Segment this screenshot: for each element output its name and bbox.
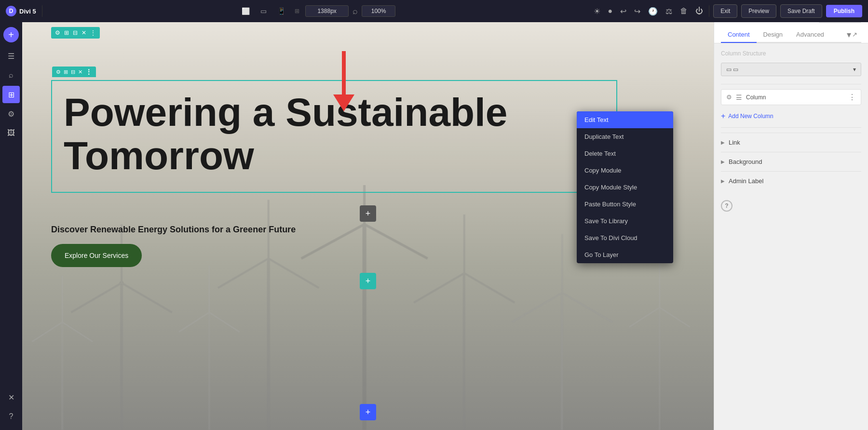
settings-sidebar-button[interactable]: ⚙ xyxy=(2,105,20,122)
settings-icon[interactable]: ⚖ xyxy=(664,5,674,18)
background-accordion-header[interactable]: ▶ Background xyxy=(721,158,861,165)
svg-line-12 xyxy=(365,225,428,259)
red-arrow-container xyxy=(333,51,354,111)
mobile-device-btn[interactable]: 📱 xyxy=(274,5,289,17)
link-arrow-icon: ▶ xyxy=(721,140,725,145)
svg-line-15 xyxy=(414,273,464,303)
width-input[interactable] xyxy=(305,5,349,17)
tab-content[interactable]: Content xyxy=(721,27,757,43)
text-grid-icon[interactable]: ⊟ xyxy=(71,69,75,75)
link-label: Link xyxy=(729,139,740,146)
power-icon[interactable]: ⏻ xyxy=(693,5,705,17)
tools-button[interactable]: ✕ xyxy=(2,389,20,406)
svg-rect-21 xyxy=(61,322,63,430)
trash-icon[interactable]: 🗑 xyxy=(678,5,690,17)
search-icon: ⌕ xyxy=(353,6,358,16)
svg-rect-17 xyxy=(561,293,563,430)
exit-button[interactable]: Exit xyxy=(713,4,737,18)
svg-line-8 xyxy=(269,259,319,288)
publish-button[interactable]: Publish xyxy=(826,5,862,17)
svg-rect-29 xyxy=(659,308,661,430)
admin-label-arrow-icon: ▶ xyxy=(721,178,725,184)
add-row-mid[interactable]: + xyxy=(360,205,376,222)
modules-button[interactable]: ⊞ xyxy=(2,86,20,103)
add-section-bottom[interactable]: + xyxy=(360,404,376,420)
svg-line-32 xyxy=(660,308,690,327)
text-gear-icon[interactable]: ⚙ xyxy=(56,69,61,75)
text-copy-icon[interactable]: ⊞ xyxy=(64,69,68,75)
app-title: Divi 5 xyxy=(19,8,36,15)
svg-line-28 xyxy=(209,312,240,332)
add-new-column-button[interactable]: + Add New Column xyxy=(721,110,861,122)
desktop-device-btn[interactable]: ⬜ xyxy=(238,5,253,17)
arrow-line xyxy=(342,51,346,94)
ctx-copy-module-style[interactable]: Copy Module Style xyxy=(577,179,673,196)
section-grid-icon[interactable]: ⊟ xyxy=(72,28,79,37)
svg-line-11 xyxy=(301,225,365,259)
ctx-paste-button-style[interactable]: Paste Button Style xyxy=(577,196,673,213)
tab-design[interactable]: Design xyxy=(757,27,789,43)
section-trash-icon[interactable]: ✕ xyxy=(81,28,87,37)
section-gear-icon[interactable]: ⚙ xyxy=(54,28,61,37)
history-icon[interactable]: 🕐 xyxy=(646,5,660,18)
admin-label-text: Admin Label xyxy=(729,177,763,185)
col-layout-icon: ☰ xyxy=(736,94,742,101)
text-more-dots[interactable]: ⋮ xyxy=(85,68,92,76)
column-structure-dropdown[interactable]: ▭ ▭ ▾ xyxy=(721,63,861,76)
app-logo: D Divi 5 xyxy=(6,6,36,16)
svg-rect-25 xyxy=(208,312,210,430)
topbar-center: ⬜ ▭ 📱 ⊞ ⌕ xyxy=(48,5,586,17)
topbar-icon: ⊞ xyxy=(295,8,299,14)
section-module-toolbar: ⚙ ⊞ ⊟ ✕ ⋮ xyxy=(51,27,100,39)
column-row-left: ⚙ ☰ Column xyxy=(726,94,766,101)
zoom-input[interactable] xyxy=(362,5,395,17)
col-more-dots[interactable]: ⋮ xyxy=(848,93,856,102)
media-button[interactable]: 🖼 xyxy=(2,124,20,142)
topbar-right: ☀ ● ↩ ↪ 🕐 ⚖ 🗑 ⏻ Exit Preview Save Draft … xyxy=(592,4,862,18)
help-button[interactable]: ? xyxy=(2,408,20,425)
section-dots-icon[interactable]: ⋮ xyxy=(89,28,97,37)
tab-advanced[interactable]: Advanced xyxy=(789,27,831,43)
admin-label-accordion-header[interactable]: ▶ Admin Label xyxy=(721,177,861,185)
save-draft-button[interactable]: Save Draft xyxy=(780,4,822,18)
link-accordion: ▶ Link xyxy=(721,133,861,152)
svg-rect-13 xyxy=(463,273,465,430)
add-module-green[interactable]: + xyxy=(360,273,376,289)
dropdown-chevron: ▾ xyxy=(853,66,856,73)
canvas-area: ⚙ ⊞ ⊟ ✕ ⋮ ⚙ ⊞ ⊟ ✕ ⋮ Powering a Sustainab… xyxy=(22,22,714,430)
ctx-delete-text[interactable]: Delete Text xyxy=(577,145,673,162)
background-label: Background xyxy=(729,158,762,165)
undo-icon[interactable]: ↩ xyxy=(618,5,628,18)
tablet-device-btn[interactable]: ▭ xyxy=(257,5,270,17)
ctx-duplicate-text[interactable]: Duplicate Text xyxy=(577,128,673,145)
col-gear-icon[interactable]: ⚙ xyxy=(726,94,732,101)
link-accordion-header[interactable]: ▶ Link xyxy=(721,139,861,146)
ctx-save-to-library[interactable]: Save To Library xyxy=(577,213,673,229)
svg-rect-0 xyxy=(120,283,123,430)
column-structure-label: Column Structure xyxy=(721,50,861,57)
topbar-sep2 xyxy=(709,5,709,17)
ctx-copy-module[interactable]: Copy Module xyxy=(577,162,673,179)
section-copy-icon[interactable]: ⊞ xyxy=(63,28,70,37)
theme-toggle[interactable]: ● xyxy=(606,5,615,17)
tab-more[interactable]: ▾ ↗ xyxy=(843,27,861,42)
ctx-go-to-layer[interactable]: Go To Layer xyxy=(577,246,673,263)
col-label-text: Column xyxy=(746,94,766,101)
left-sidebar: + ☰ ⌕ ⊞ ⚙ 🖼 ✕ ? xyxy=(0,22,22,430)
search-button[interactable]: ⌕ xyxy=(2,67,20,84)
text-trash-icon[interactable]: ✕ xyxy=(78,69,82,75)
layers-button[interactable]: ☰ xyxy=(2,47,20,65)
redo-icon[interactable]: ↪ xyxy=(632,5,642,18)
ctx-edit-text[interactable]: Edit Text xyxy=(577,111,673,128)
text-module-toolbar: ⚙ ⊞ ⊟ ✕ ⋮ xyxy=(52,67,96,77)
sun-icon[interactable]: ☀ xyxy=(592,5,602,18)
add-module-button[interactable]: + xyxy=(3,27,19,42)
preview-button[interactable]: Preview xyxy=(741,4,776,18)
svg-line-19 xyxy=(512,293,562,322)
explore-button[interactable]: Explore Our Services xyxy=(51,244,142,267)
ctx-save-to-divi-cloud[interactable]: Save To Divi Cloud xyxy=(577,229,673,246)
column-structure-value: ▭ ▭ xyxy=(726,66,738,73)
svg-line-23 xyxy=(32,322,62,342)
add-column-icon: + xyxy=(721,112,725,121)
help-icon[interactable]: ? xyxy=(721,200,732,212)
